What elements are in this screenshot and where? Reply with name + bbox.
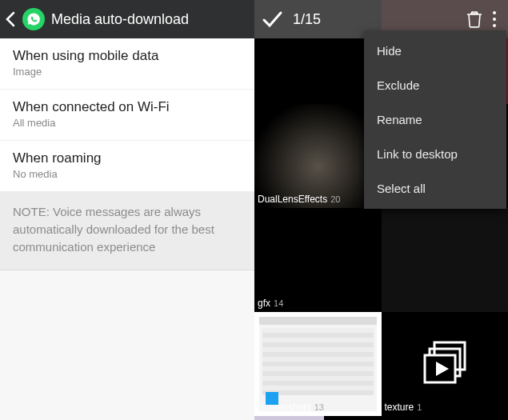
menu-link-desktop[interactable]: Link to desktop [364,137,506,171]
gallery-selection-pane: RADIO ROMAN DualLensEffects20 gfx14 Scre… [254,0,508,420]
overflow-menu: Hide Exclude Rename Link to desktop Sele… [364,30,506,209]
album-count: 1 [417,402,422,412]
settings-list: When using mobile data Image When connec… [0,38,254,192]
setting-subtitle: Image [13,66,242,78]
setting-mobile-data[interactable]: When using mobile data Image [0,38,254,90]
setting-wifi[interactable]: When connected on Wi-Fi All media [0,90,254,141]
whatsapp-logo-icon[interactable] [22,8,45,30]
svg-point-3 [493,11,496,14]
settings-title: Media auto-download [51,11,189,28]
album-duallenseffects[interactable]: DualLensEffects20 [254,104,382,208]
setting-subtitle: All media [13,117,242,129]
chevron-left-icon[interactable] [5,11,16,27]
menu-rename[interactable]: Rename [364,102,506,137]
album-count: 20 [330,194,340,204]
album-blank[interactable] [382,208,509,312]
album-label: DualLensEffects [258,194,327,205]
setting-title: When roaming [13,150,242,166]
album-texture[interactable]: texture1 [382,312,509,416]
menu-select-all[interactable]: Select all [364,171,506,206]
album-count: 13 [314,402,324,412]
play-stack-icon [382,312,509,416]
album-screenshots[interactable]: Screenshots13 [254,312,382,416]
album-whatsapp-images[interactable]: WhatsApp Images1 [254,416,382,420]
album-label: gfx [258,298,270,309]
album-gfx[interactable]: gfx14 [254,208,382,312]
trash-icon[interactable] [466,10,482,28]
settings-footer-note: NOTE: Voice messages are always automati… [0,192,254,270]
selection-counter: 1/15 [293,11,466,28]
svg-point-4 [493,18,496,21]
menu-exclude[interactable]: Exclude [364,68,506,102]
menu-hide[interactable]: Hide [364,34,506,68]
setting-roaming[interactable]: When roaming No media [0,141,254,192]
check-icon[interactable] [261,8,283,30]
album-count: 14 [274,298,283,308]
whatsapp-settings-pane: Media auto-download When using mobile da… [0,0,254,420]
svg-point-5 [493,24,496,27]
settings-header: Media auto-download [0,0,254,38]
setting-title: When using mobile data [13,48,242,64]
album-label: texture [385,402,414,413]
setting-subtitle: No media [13,168,242,180]
more-vertical-icon[interactable] [487,10,502,28]
album-label: Screenshots [258,402,311,413]
setting-title: When connected on Wi-Fi [13,99,242,115]
